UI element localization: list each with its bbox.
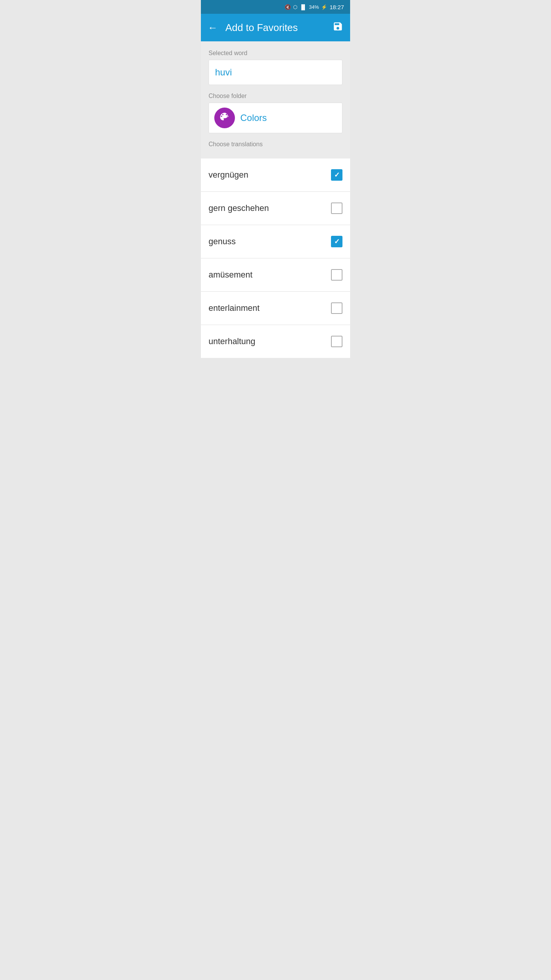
translation-checkbox-3[interactable] <box>331 269 342 281</box>
translation-checkbox-2[interactable] <box>331 236 342 247</box>
back-button[interactable]: ← <box>208 23 218 33</box>
content-area: Selected word huvi Choose folder Colors … <box>201 41 350 158</box>
translation-checkbox-1[interactable] <box>331 203 342 214</box>
translation-checkbox-4[interactable] <box>331 302 342 314</box>
translation-item-2[interactable]: genuss <box>201 225 350 258</box>
translations-list: vergnügen gern geschehen genuss amüsemen… <box>201 158 350 358</box>
translation-item-3[interactable]: amüsement <box>201 258 350 292</box>
folder-icon-circle <box>214 108 235 128</box>
translation-text-1: gern geschehen <box>209 203 269 213</box>
translation-checkbox-0[interactable] <box>331 169 342 181</box>
battery-icon: ⚡ <box>321 4 327 10</box>
bluetooth-icon: ⬡ <box>293 4 297 10</box>
signal-icon: ▐▌ <box>300 4 306 10</box>
translation-item-4[interactable]: enterlainment <box>201 292 350 325</box>
translation-text-5: unterhaltung <box>209 336 255 346</box>
app-bar: ← Add to Favorites <box>201 14 350 41</box>
status-time: 18:27 <box>329 4 344 10</box>
translation-text-0: vergnügen <box>209 170 248 180</box>
save-button[interactable] <box>333 21 343 34</box>
battery-level: 34% <box>309 4 319 10</box>
selected-word-input[interactable]: huvi <box>209 60 342 85</box>
translation-item-0[interactable]: vergnügen <box>201 158 350 192</box>
translation-text-4: enterlainment <box>209 303 259 313</box>
translation-text-2: genuss <box>209 237 236 247</box>
translation-text-3: amüsement <box>209 270 253 280</box>
translation-checkbox-5[interactable] <box>331 336 342 347</box>
status-icons: 🔇 ⬡ ▐▌ 34% ⚡ 18:27 <box>285 4 344 10</box>
choose-translations-label: Choose translations <box>209 141 342 152</box>
palette-icon <box>219 111 230 125</box>
choose-folder-label: Choose folder <box>209 93 342 100</box>
folder-selector[interactable]: Colors <box>209 103 342 133</box>
status-bar: 🔇 ⬡ ▐▌ 34% ⚡ 18:27 <box>201 0 350 14</box>
selected-word-label: Selected word <box>209 50 342 57</box>
translation-item-1[interactable]: gern geschehen <box>201 192 350 225</box>
translation-item-5[interactable]: unterhaltung <box>201 325 350 358</box>
app-bar-title: Add to Favorites <box>225 22 325 34</box>
selected-word-value: huvi <box>215 67 232 77</box>
mute-icon: 🔇 <box>285 4 291 10</box>
folder-name: Colors <box>240 113 267 123</box>
